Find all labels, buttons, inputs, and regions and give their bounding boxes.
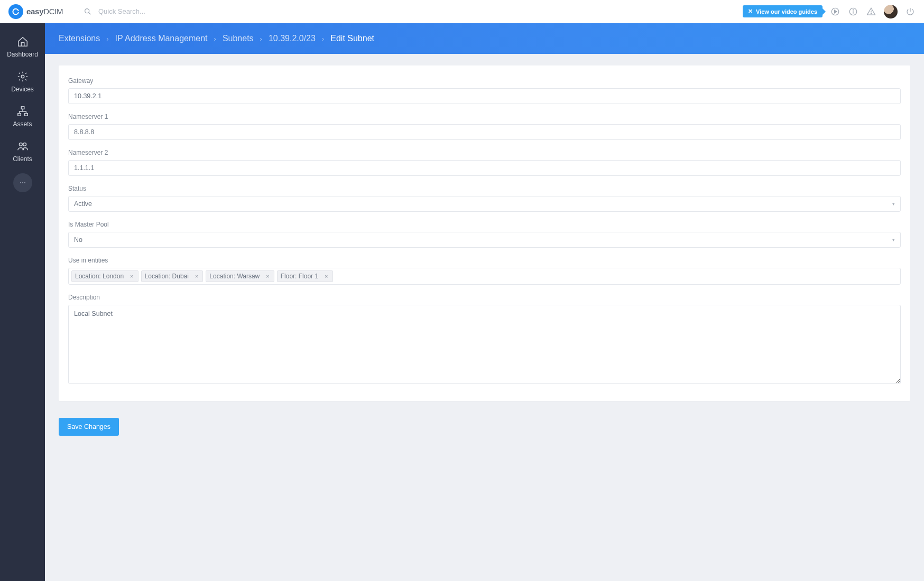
tag-label: Floor: Floor 1	[281, 273, 318, 280]
chevron-down-icon: ▾	[892, 201, 895, 207]
entity-tag: Location: Dubai×	[141, 270, 204, 282]
topbar: easyDCIM ✕ View our video guides	[0, 0, 924, 23]
status-select[interactable]: Active ▾	[68, 196, 901, 212]
field-label: Status	[68, 185, 901, 192]
sidebar-item-label: Dashboard	[7, 51, 38, 58]
chevron-right-icon: ›	[106, 35, 108, 43]
gear-icon	[17, 71, 29, 82]
tag-remove-icon[interactable]: ×	[129, 273, 134, 279]
gateway-input[interactable]	[68, 88, 901, 104]
sidebar-item-label: Assets	[13, 120, 32, 128]
video-guides-button[interactable]: ✕ View our video guides	[743, 5, 823, 17]
close-icon[interactable]: ✕	[748, 8, 753, 15]
avatar[interactable]	[884, 5, 898, 18]
field-label: Nameserver 2	[68, 149, 901, 156]
home-icon	[17, 36, 29, 48]
tag-remove-icon[interactable]: ×	[265, 273, 270, 279]
field-use-in-entities: Use in entities Location: London×Locatio…	[68, 257, 901, 285]
svg-point-8	[21, 75, 24, 78]
logo-text: easyDCIM	[26, 7, 63, 16]
chevron-right-icon: ›	[214, 35, 216, 43]
breadcrumb-item[interactable]: IP Address Management	[115, 34, 208, 43]
tag-remove-icon[interactable]: ×	[324, 273, 329, 279]
field-master-pool: Is Master Pool No ▾	[68, 221, 901, 248]
sidebar-item-devices[interactable]: Devices	[0, 65, 45, 98]
field-label: Nameserver 1	[68, 113, 901, 120]
form-card: Gateway Nameserver 1 Nameserver 2 Status…	[59, 65, 910, 401]
sidebar-item-assets[interactable]: Assets	[0, 100, 45, 133]
logo-icon	[8, 4, 23, 19]
svg-point-16	[24, 182, 25, 183]
svg-rect-11	[24, 114, 27, 116]
breadcrumb-item[interactable]: 10.39.2.0/23	[269, 34, 316, 43]
tag-label: Location: Dubai	[145, 273, 189, 280]
content: Gateway Nameserver 1 Nameserver 2 Status…	[45, 54, 924, 447]
nameserver1-input[interactable]	[68, 124, 901, 140]
save-button[interactable]: Save Changes	[59, 418, 119, 436]
sidebar-more-button[interactable]	[13, 173, 32, 192]
tag-label: Location: London	[75, 273, 124, 280]
description-textarea[interactable]	[68, 305, 901, 384]
search-icon	[82, 6, 93, 17]
svg-point-12	[19, 143, 22, 146]
tag-label: Location: Warsaw	[209, 273, 260, 280]
select-value: Active	[74, 200, 92, 208]
field-description: Description	[68, 294, 901, 386]
topbar-right: ✕ View our video guides	[743, 5, 916, 18]
search-input[interactable]	[98, 7, 257, 15]
svg-point-7	[871, 13, 871, 14]
sidebar-item-label: Clients	[13, 155, 32, 163]
entity-tag: Location: London×	[71, 270, 138, 282]
nameserver2-input[interactable]	[68, 160, 901, 176]
global-search[interactable]	[82, 6, 743, 17]
field-nameserver2: Nameserver 2	[68, 149, 901, 176]
breadcrumb: Extensions › IP Address Management › Sub…	[45, 23, 924, 54]
svg-point-0	[85, 8, 89, 13]
field-label: Is Master Pool	[68, 221, 901, 228]
save-row: Save Changes	[59, 418, 910, 436]
breadcrumb-item-current: Edit Subnet	[330, 34, 374, 43]
warning-icon[interactable]	[866, 6, 876, 17]
master-pool-select[interactable]: No ▾	[68, 232, 901, 248]
chevron-right-icon: ›	[322, 35, 324, 43]
svg-point-13	[23, 143, 26, 146]
video-guide-label: View our video guides	[756, 8, 817, 15]
breadcrumb-item[interactable]: Extensions	[59, 34, 100, 43]
sidebar-item-clients[interactable]: Clients	[0, 135, 45, 168]
field-gateway: Gateway	[68, 77, 901, 104]
network-icon	[17, 106, 29, 117]
sidebar-item-dashboard[interactable]: Dashboard	[0, 31, 45, 63]
dots-icon	[19, 179, 27, 187]
svg-point-14	[20, 182, 21, 183]
logo[interactable]: easyDCIM	[8, 4, 82, 19]
sidebar: Dashboard Devices Assets Clients	[0, 23, 45, 447]
power-icon[interactable]	[905, 6, 916, 17]
users-icon	[17, 140, 29, 152]
field-status: Status Active ▾	[68, 185, 901, 212]
play-icon[interactable]	[830, 6, 840, 17]
select-value: No	[74, 236, 82, 243]
svg-rect-10	[17, 114, 21, 116]
breadcrumb-item[interactable]: Subnets	[223, 34, 254, 43]
entity-tag: Location: Warsaw×	[206, 270, 274, 282]
info-icon[interactable]	[848, 6, 858, 17]
svg-point-15	[22, 182, 23, 183]
field-label: Gateway	[68, 77, 901, 85]
svg-point-5	[853, 10, 853, 10]
entities-tags-input[interactable]: Location: London×Location: Dubai×Locatio…	[68, 268, 901, 285]
svg-rect-9	[21, 107, 24, 109]
chevron-right-icon: ›	[260, 35, 262, 43]
field-label: Use in entities	[68, 257, 901, 264]
field-label: Description	[68, 294, 901, 301]
svg-line-1	[89, 13, 90, 14]
chevron-down-icon: ▾	[892, 237, 895, 242]
sidebar-item-label: Devices	[11, 86, 34, 93]
tag-remove-icon[interactable]: ×	[194, 273, 199, 279]
field-nameserver1: Nameserver 1	[68, 113, 901, 140]
entity-tag: Floor: Floor 1×	[277, 270, 333, 282]
main: Extensions › IP Address Management › Sub…	[45, 23, 924, 447]
